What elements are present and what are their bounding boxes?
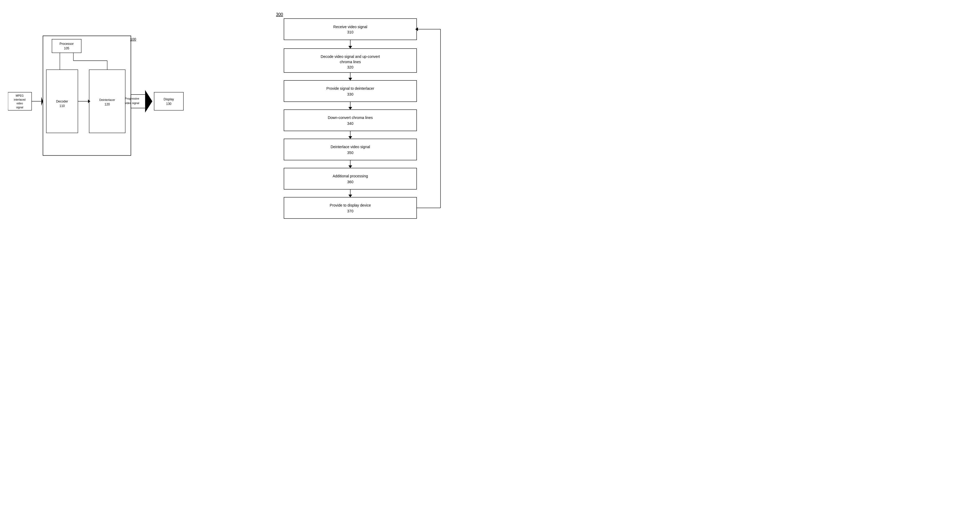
svg-marker-26	[145, 90, 152, 113]
svg-marker-22	[88, 100, 91, 103]
svg-text:Deinterlace video signal: Deinterlace video signal	[331, 145, 370, 149]
svg-text:video signal: video signal	[125, 102, 139, 105]
svg-text:100: 100	[130, 37, 136, 41]
svg-text:video: video	[16, 102, 23, 105]
svg-text:300: 300	[276, 12, 283, 17]
svg-marker-38	[348, 46, 352, 49]
svg-text:370: 370	[347, 209, 353, 213]
svg-rect-45	[284, 80, 417, 102]
svg-rect-29	[154, 93, 184, 110]
svg-marker-64	[348, 195, 352, 197]
svg-marker-49	[348, 107, 352, 110]
svg-marker-59	[348, 165, 352, 168]
right-diagram-svg: 300 Receive video signal 310 Decode vide…	[260, 8, 478, 261]
svg-text:320: 320	[347, 65, 353, 69]
svg-rect-60	[284, 168, 417, 189]
svg-text:Decoder: Decoder	[56, 100, 68, 103]
svg-text:120: 120	[105, 102, 110, 106]
svg-text:Provide signal to deinterlacer: Provide signal to deinterlacer	[326, 86, 374, 91]
svg-text:340: 340	[347, 121, 353, 126]
svg-marker-54	[348, 136, 352, 139]
svg-rect-55	[284, 139, 417, 160]
svg-marker-44	[348, 78, 352, 80]
svg-text:Down-convert chroma lines: Down-convert chroma lines	[328, 115, 373, 120]
svg-text:110: 110	[59, 104, 65, 108]
svg-text:interlaced: interlaced	[14, 98, 26, 101]
svg-rect-50	[284, 110, 417, 131]
left-diagram: Processor 105 Decoder 110 Deinterlacer 1…	[8, 21, 188, 186]
svg-rect-4	[46, 70, 78, 133]
svg-rect-14	[8, 93, 32, 110]
svg-text:360: 360	[347, 180, 353, 184]
svg-text:130: 130	[166, 102, 172, 106]
main-container: Processor 105 Decoder 110 Deinterlacer 1…	[0, 0, 490, 261]
svg-marker-20	[41, 97, 43, 106]
svg-rect-0	[43, 36, 131, 156]
svg-text:chroma lines: chroma lines	[340, 60, 361, 64]
svg-text:Display: Display	[164, 97, 174, 101]
left-diagram-svg: Processor 105 Decoder 110 Deinterlacer 1…	[8, 21, 188, 186]
svg-text:Decode video signal and up-con: Decode video signal and up-convert	[321, 54, 380, 59]
svg-rect-1	[52, 39, 81, 53]
svg-text:Progressive: Progressive	[125, 97, 139, 100]
svg-rect-34	[284, 19, 417, 40]
svg-rect-7	[89, 70, 125, 133]
svg-text:MPEG: MPEG	[16, 94, 24, 97]
svg-text:signal: signal	[16, 106, 23, 109]
svg-text:Processor: Processor	[59, 42, 74, 46]
svg-text:Additional processing: Additional processing	[332, 174, 368, 178]
svg-text:Receive video signal: Receive video signal	[333, 25, 367, 29]
right-diagram: 300 Receive video signal 310 Decode vide…	[260, 8, 478, 252]
svg-text:310: 310	[347, 30, 353, 34]
svg-text:330: 330	[347, 92, 353, 96]
svg-text:Provide to display device: Provide to display device	[330, 203, 371, 208]
svg-text:350: 350	[347, 150, 353, 155]
svg-text:105: 105	[64, 46, 69, 50]
svg-text:Deinterlacer: Deinterlacer	[99, 98, 115, 101]
svg-rect-65	[284, 197, 417, 219]
